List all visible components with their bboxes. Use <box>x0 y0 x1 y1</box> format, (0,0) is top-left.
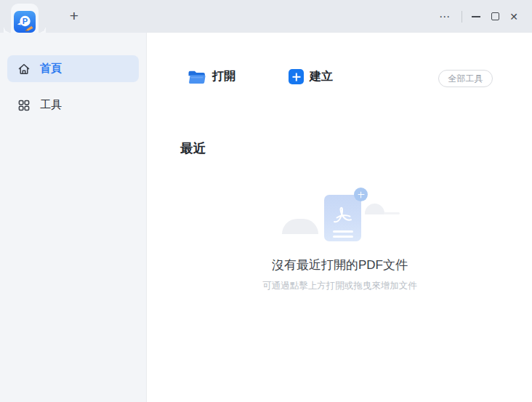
cloud-hill-right <box>365 204 384 214</box>
app-logo-icon: P <box>14 11 36 33</box>
cloud-bar <box>384 212 400 214</box>
empty-state-illustration <box>276 188 407 253</box>
create-button[interactable]: 建立 <box>289 69 333 84</box>
active-tab[interactable]: P <box>11 4 39 33</box>
sidebar-item-home[interactable]: 首頁 <box>7 55 139 82</box>
doc-text-line <box>333 230 353 233</box>
grid-icon <box>17 99 31 112</box>
plus-square-icon <box>289 69 304 84</box>
acrobat-logo-icon <box>331 205 355 227</box>
new-tab-button[interactable]: + <box>65 8 83 25</box>
app-window: P + ⋯ ✕ 首頁 <box>0 0 532 402</box>
open-button[interactable]: 打開 <box>188 69 235 84</box>
close-icon[interactable]: ✕ <box>504 7 523 26</box>
svg-text:P: P <box>23 17 28 25</box>
sidebar-item-label: 首頁 <box>40 62 62 76</box>
home-icon <box>17 63 31 76</box>
all-tools-button[interactable]: 全部工具 <box>438 70 493 87</box>
sidebar-item-tools[interactable]: 工具 <box>7 92 139 118</box>
maximize-icon[interactable] <box>485 7 504 26</box>
minimize-icon[interactable] <box>467 7 485 26</box>
tab-bar: P + ⋯ ✕ <box>0 0 532 33</box>
main-content: 打開 建立 全部工具 最近 沒有最近打開的PDF文件 可通過點擊上方打開 <box>148 33 532 402</box>
window-controls: ⋯ ✕ <box>435 0 523 33</box>
empty-state-title: 沒有最近打開的PDF文件 <box>148 257 532 273</box>
folder-open-icon <box>188 69 206 84</box>
add-badge-icon <box>354 188 368 201</box>
recent-heading: 最近 <box>180 140 206 157</box>
cloud-hill-left <box>282 219 318 234</box>
sidebar: 首頁 工具 <box>0 33 147 402</box>
open-label: 打開 <box>212 69 235 84</box>
controls-divider <box>462 11 462 23</box>
empty-state-hint: 可通過點擊上方打開或拖曳來增加文件 <box>148 280 532 292</box>
create-label: 建立 <box>310 69 333 84</box>
more-menu-icon[interactable]: ⋯ <box>435 7 454 26</box>
doc-text-line <box>333 236 353 238</box>
sidebar-nav: 首頁 工具 <box>0 33 146 118</box>
pdf-document-icon <box>324 195 361 241</box>
sidebar-item-label: 工具 <box>40 98 62 112</box>
